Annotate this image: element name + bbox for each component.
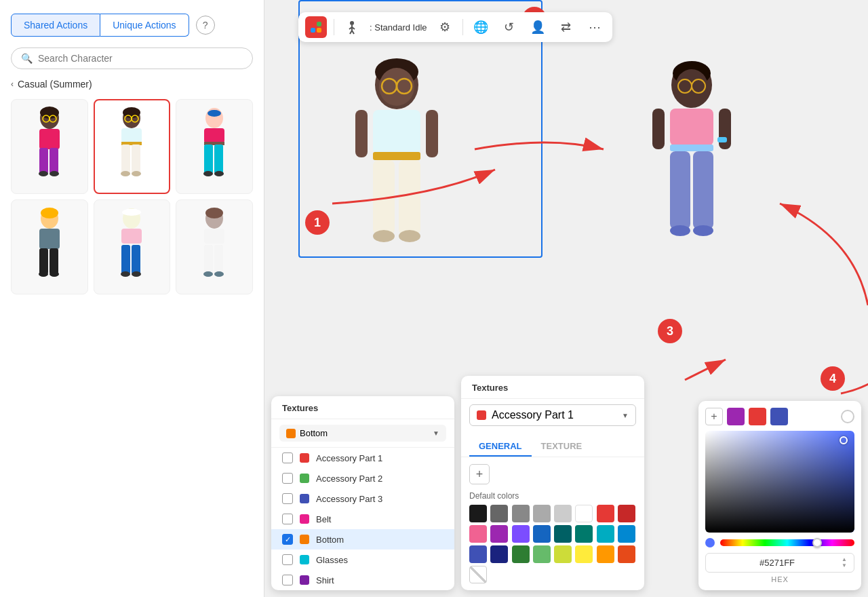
hex-down-arrow[interactable]: ▼ xyxy=(842,563,847,569)
dropdown-chevron-icon: ▼ xyxy=(622,412,629,419)
hex-input[interactable] xyxy=(713,558,842,568)
texture-tab[interactable]: TEXTURE xyxy=(532,437,592,457)
swatch-gray3[interactable] xyxy=(533,505,551,522)
svg-rect-52 xyxy=(317,28,321,33)
svg-point-16 xyxy=(132,171,141,176)
checkbox-acc3[interactable] xyxy=(282,493,293,504)
accessory-dropdown[interactable]: Accessory Part 1 ▼ xyxy=(469,404,636,426)
swatch-teal1[interactable] xyxy=(554,525,572,543)
swatch-orange[interactable] xyxy=(597,545,614,563)
char-item-5[interactable] xyxy=(94,199,171,294)
shared-actions-tab[interactable]: Shared Actions xyxy=(11,14,100,37)
texture-item-glasses[interactable]: Glasses xyxy=(271,550,454,570)
svg-rect-3 xyxy=(39,148,48,174)
person-icon-btn[interactable]: 👤 xyxy=(527,16,549,38)
swatch-black[interactable] xyxy=(469,505,487,522)
picker-swatch-purple[interactable] xyxy=(727,408,745,425)
hex-row: ▲ ▼ xyxy=(705,553,854,573)
swatch-gray4[interactable] xyxy=(554,505,572,522)
svg-rect-80 xyxy=(670,109,713,146)
swatch-red1[interactable] xyxy=(597,505,614,522)
swatch-purple1[interactable] xyxy=(490,525,508,543)
swatch-teal2[interactable] xyxy=(575,525,593,543)
app-icon-btn[interactable] xyxy=(305,16,327,38)
loop-icon-btn[interactable]: ⇄ xyxy=(555,16,577,38)
char-item-4[interactable] xyxy=(11,199,88,294)
char-item-2[interactable] xyxy=(94,99,171,194)
char-figure-2 xyxy=(108,106,155,187)
texture-item-shirt[interactable]: Shirt xyxy=(271,570,454,590)
swatch-gray2[interactable] xyxy=(512,505,530,522)
swatch-navy[interactable] xyxy=(490,545,508,563)
texture-item-belt[interactable]: Belt xyxy=(271,509,454,529)
general-tab[interactable]: GENERAL xyxy=(469,437,532,457)
swatch-gray1[interactable] xyxy=(490,505,508,522)
item-label-acc2: Accessory Part 2 xyxy=(316,474,382,484)
checkbox-glasses[interactable] xyxy=(282,554,293,565)
globe-icon-btn[interactable]: 🌐 xyxy=(470,16,492,38)
svg-rect-21 xyxy=(204,128,224,143)
svg-rect-71 xyxy=(373,160,395,235)
texture-dropdown[interactable]: Bottom ▼ xyxy=(279,425,446,442)
char-item-6[interactable] xyxy=(176,199,253,294)
more-icon-btn[interactable]: ⋯ xyxy=(584,16,606,38)
svg-rect-38 xyxy=(121,245,130,274)
color-dot-acc1 xyxy=(300,453,309,463)
checkbox-belt[interactable] xyxy=(282,514,293,524)
checkbox-acc1[interactable] xyxy=(282,452,293,463)
category-row[interactable]: ‹ Casual (Summer) xyxy=(11,79,253,90)
svg-rect-51 xyxy=(311,28,315,33)
divider-1 xyxy=(334,19,334,35)
swatch-red2[interactable] xyxy=(618,505,635,522)
checkbox-acc2[interactable] xyxy=(282,473,293,484)
chevron-left-icon: ‹ xyxy=(11,79,14,89)
picker-add-button[interactable]: + xyxy=(705,408,723,425)
checkbox-bottom[interactable]: ✓ xyxy=(282,534,293,545)
step-badge-4: 4 xyxy=(821,366,845,391)
picker-swatch-red[interactable] xyxy=(749,408,766,425)
swatch-purple2[interactable] xyxy=(512,525,530,543)
search-input[interactable] xyxy=(38,53,243,64)
swatch-yellow[interactable] xyxy=(575,545,593,563)
texture-item-acc2[interactable]: Accessory Part 2 xyxy=(271,468,454,488)
swatch-green2[interactable] xyxy=(533,545,551,563)
redo-icon-btn[interactable]: ↺ xyxy=(498,16,520,38)
swatch-white[interactable] xyxy=(575,505,593,522)
checkbox-shirt[interactable] xyxy=(282,575,293,585)
hue-slider[interactable] xyxy=(720,539,854,546)
svg-rect-50 xyxy=(317,22,321,26)
search-icon: 🔍 xyxy=(21,53,33,64)
hex-up-arrow[interactable]: ▲ xyxy=(842,557,847,562)
hex-arrows: ▲ ▼ xyxy=(842,557,847,569)
color-gradient-overlay xyxy=(705,431,854,533)
unique-actions-tab[interactable]: Unique Actions xyxy=(100,14,189,37)
figure-icon-btn[interactable] xyxy=(341,16,363,38)
svg-rect-66 xyxy=(373,152,420,160)
swatch-lime[interactable] xyxy=(554,545,572,563)
swatch-cyan[interactable] xyxy=(597,525,614,543)
tabs-row: Shared Actions Unique Actions ? xyxy=(11,14,253,37)
char-item-3[interactable] xyxy=(176,99,253,194)
swatch-indigo[interactable] xyxy=(469,545,487,563)
svg-rect-30 xyxy=(39,248,48,274)
svg-point-87 xyxy=(670,225,690,236)
swatch-blue2[interactable] xyxy=(618,525,635,543)
svg-rect-70 xyxy=(426,110,438,157)
texture-item-acc1[interactable]: Accessory Part 1 xyxy=(271,448,454,468)
add-color-button[interactable]: + xyxy=(469,464,490,484)
texture-item-acc3[interactable]: Accessory Part 3 xyxy=(271,488,454,509)
help-button[interactable]: ? xyxy=(196,16,215,35)
animation-icon-btn[interactable]: ⚙ xyxy=(434,16,456,38)
swatch-deeporange[interactable] xyxy=(618,545,635,563)
swatch-pink[interactable] xyxy=(469,525,487,543)
swatch-green1[interactable] xyxy=(512,545,530,563)
swatch-blue1[interactable] xyxy=(533,525,551,543)
swatch-transparent[interactable] xyxy=(469,566,487,583)
svg-rect-83 xyxy=(719,109,731,149)
svg-rect-31 xyxy=(50,248,58,274)
color-gradient-box[interactable] xyxy=(705,431,854,533)
picker-swatch-blue[interactable] xyxy=(770,408,788,425)
svg-rect-24 xyxy=(214,145,223,174)
texture-item-bottom[interactable]: ✓ Bottom xyxy=(271,529,454,550)
char-item-1[interactable] xyxy=(11,99,88,194)
